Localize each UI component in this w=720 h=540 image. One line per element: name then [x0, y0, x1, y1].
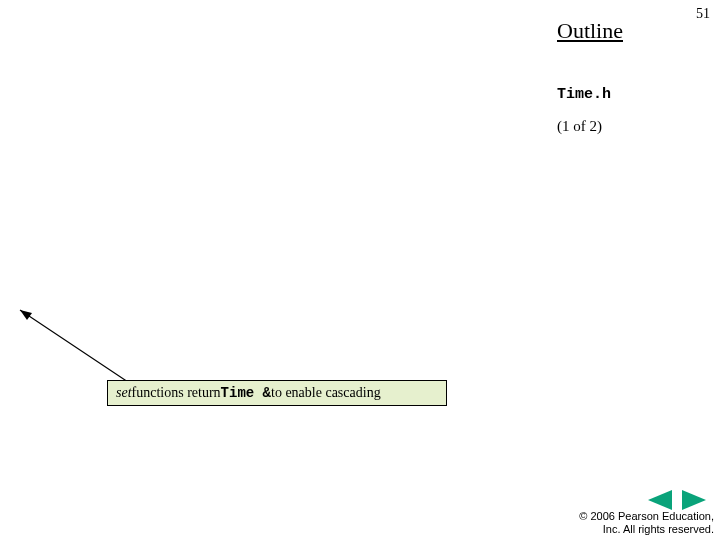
- next-button[interactable]: [682, 490, 706, 510]
- slide: 51 Outline Time.h (1 of 2) set functions…: [0, 0, 720, 540]
- svg-marker-2: [648, 490, 672, 510]
- nav-controls: [648, 490, 706, 510]
- prev-button[interactable]: [648, 490, 672, 510]
- copyright: © 2006 Pearson Education, Inc. All right…: [579, 510, 714, 536]
- outline-heading: Outline: [557, 18, 623, 44]
- svg-marker-3: [682, 490, 706, 510]
- callout-prefix: set: [116, 385, 132, 401]
- outline-filename: Time.h: [557, 86, 611, 103]
- copyright-line1: © 2006 Pearson Education,: [579, 510, 714, 522]
- callout-arrow: [10, 300, 170, 390]
- outline-page-indicator: (1 of 2): [557, 118, 602, 135]
- page-number: 51: [696, 6, 710, 22]
- copyright-line2: Inc. All rights reserved.: [603, 523, 714, 535]
- callout-box: set functions return Time & to enable ca…: [107, 380, 447, 406]
- callout-suffix: to enable cascading: [271, 385, 381, 401]
- callout-mid: functions return: [132, 385, 221, 401]
- callout-code: Time &: [221, 385, 271, 401]
- svg-line-0: [20, 310, 128, 382]
- svg-marker-1: [20, 310, 32, 320]
